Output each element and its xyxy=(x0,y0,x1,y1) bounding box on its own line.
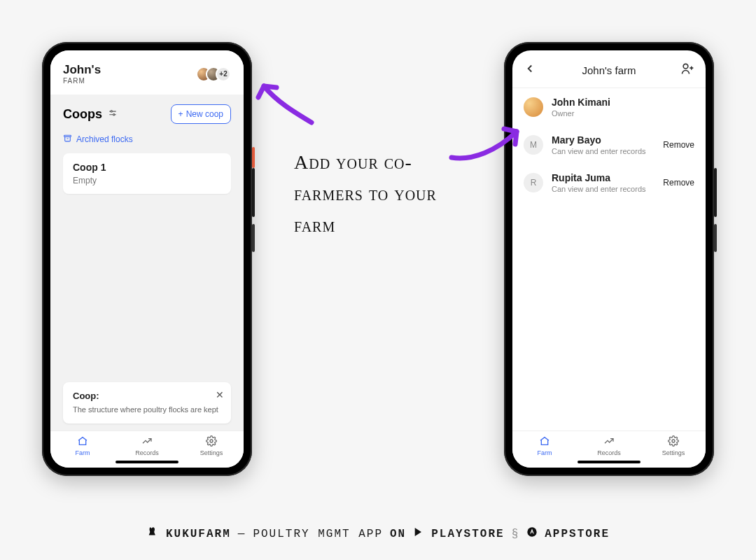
tip-title: Coop: xyxy=(73,391,221,401)
svg-point-1 xyxy=(111,110,112,111)
phone-volume-button xyxy=(252,168,255,217)
avatar: R xyxy=(524,173,543,192)
tab-records[interactable]: Records xyxy=(577,435,641,456)
tab-records-label: Records xyxy=(135,449,159,456)
marketing-caption: Add your co-farmers to your farm xyxy=(294,147,469,241)
members-list: John Kimani Owner M Mary Bayo Can view a… xyxy=(512,88,706,430)
tab-farm[interactable]: Farm xyxy=(512,435,577,456)
settings-icon xyxy=(179,435,244,448)
appstore-icon xyxy=(526,526,538,541)
tab-settings-label: Settings xyxy=(662,449,685,456)
brand-name: KUKUFARM xyxy=(166,528,231,540)
screen-farm-home: John's FARM +2 Coops xyxy=(50,50,244,468)
svg-rect-4 xyxy=(64,135,71,136)
remove-button[interactable]: Remove xyxy=(663,140,694,150)
new-coop-button[interactable]: + New coop xyxy=(171,104,231,124)
coops-heading: Coops xyxy=(63,107,102,122)
tab-settings-label: Settings xyxy=(200,449,223,456)
playstore-icon xyxy=(413,526,424,541)
coop-status: Empty xyxy=(73,176,221,186)
phone-volume-button xyxy=(714,168,717,217)
appstore-label[interactable]: APPSTORE xyxy=(545,528,610,540)
coop-card[interactable]: Coop 1 Empty xyxy=(63,153,231,194)
rooster-icon xyxy=(146,526,159,542)
tab-settings[interactable]: Settings xyxy=(179,435,244,456)
farm-icon xyxy=(50,435,115,448)
filter-icon[interactable] xyxy=(108,108,118,120)
member-name: Rupita Juma xyxy=(552,172,654,183)
member-avatars[interactable]: +2 xyxy=(196,66,231,82)
tab-records-label: Records xyxy=(597,449,621,456)
farm-title: John's xyxy=(63,63,101,77)
plus-icon: + xyxy=(178,109,183,119)
gesture-bar xyxy=(115,461,178,463)
archive-icon xyxy=(63,134,72,145)
coop-tip-card: ✕ Coop: The structure where poultry floc… xyxy=(63,382,231,424)
avatar-overflow-count: +2 xyxy=(216,66,231,82)
member-role: Can view and enter records xyxy=(552,147,654,155)
tab-settings[interactable]: Settings xyxy=(641,435,706,456)
coops-section: Coops + New coop Archived flocks xyxy=(50,94,244,430)
avatar: M xyxy=(524,135,543,155)
farm-header: John's FARM +2 xyxy=(50,50,244,94)
records-icon xyxy=(577,435,641,448)
member-name: Mary Bayo xyxy=(552,134,654,146)
avatar xyxy=(524,97,543,117)
marketing-footer: KUKUFARM — POULTRY MGMT APP ON PLAYSTORE… xyxy=(0,526,756,542)
members-title: John's farm xyxy=(582,64,636,76)
member-role: Can view and enter records xyxy=(552,185,654,193)
member-row: John Kimani Owner xyxy=(512,88,706,126)
tab-farm-label: Farm xyxy=(76,449,90,456)
footer-tagline: POULTRY MGMT APP xyxy=(253,528,383,540)
tab-records[interactable]: Records xyxy=(115,435,179,456)
screen-farm-members: John's farm John Kimani Owner M xyxy=(512,50,706,468)
phone-mockup-right: John's farm John Kimani Owner M xyxy=(504,42,714,476)
member-role: Owner xyxy=(552,109,686,118)
playstore-label[interactable]: PLAYSTORE xyxy=(431,528,504,540)
separator-icon: § xyxy=(512,528,520,540)
phone-power-accent xyxy=(252,147,255,168)
member-row: R Rupita Juma Can view and enter records… xyxy=(512,164,706,202)
tab-farm-label: Farm xyxy=(538,449,552,456)
svg-point-3 xyxy=(113,113,115,115)
new-coop-label: New coop xyxy=(186,109,223,119)
farm-icon xyxy=(512,435,577,448)
remove-button[interactable]: Remove xyxy=(663,178,694,188)
coop-name: Coop 1 xyxy=(73,162,221,173)
archived-flocks-label: Archived flocks xyxy=(76,134,133,144)
archived-flocks-link[interactable]: Archived flocks xyxy=(63,134,231,145)
dash: — xyxy=(238,528,246,540)
tab-farm[interactable]: Farm xyxy=(50,435,115,456)
members-header: John's farm xyxy=(512,50,706,88)
gesture-bar xyxy=(578,461,640,463)
member-row: M Mary Bayo Can view and enter records R… xyxy=(512,126,706,164)
close-icon[interactable]: ✕ xyxy=(216,389,224,400)
svg-point-7 xyxy=(683,64,688,69)
records-icon xyxy=(115,435,179,448)
phone-mockup-left: John's FARM +2 Coops xyxy=(42,42,252,476)
member-name: John Kimani xyxy=(552,97,686,108)
tip-desc: The structure where poultry flocks are k… xyxy=(73,405,221,414)
back-icon[interactable] xyxy=(524,62,540,78)
svg-point-6 xyxy=(210,440,213,442)
farm-subtitle: FARM xyxy=(63,77,101,85)
add-user-icon[interactable] xyxy=(678,62,694,79)
footer-on: ON xyxy=(390,528,406,540)
phone-power-button xyxy=(252,224,255,252)
phone-power-button xyxy=(714,224,717,252)
settings-icon xyxy=(641,435,706,448)
svg-point-10 xyxy=(672,440,675,442)
callout-arrow-left xyxy=(255,74,318,130)
